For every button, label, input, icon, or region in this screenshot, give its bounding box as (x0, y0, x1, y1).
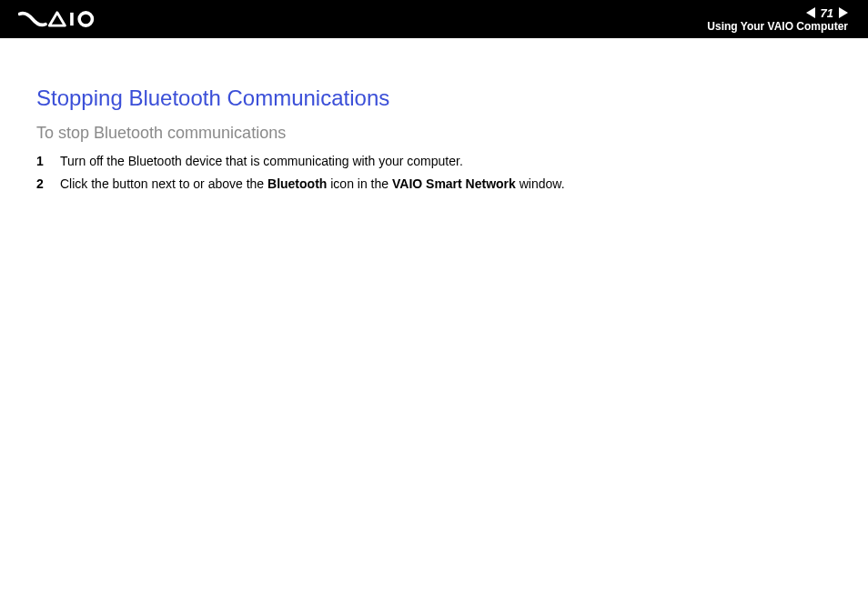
page-number: 71 (821, 7, 833, 19)
svg-rect-0 (70, 13, 74, 25)
page-title: Stopping Bluetooth Communications (36, 85, 832, 111)
step-item: Click the button next to or above the Bl… (36, 175, 832, 194)
page-subtitle: To stop Bluetooth communications (36, 124, 832, 143)
svg-point-1 (79, 13, 92, 25)
page-nav: 71 (806, 7, 848, 19)
section-label: Using Your VAIO Computer (707, 20, 848, 33)
header-bar: 71 Using Your VAIO Computer (0, 0, 868, 38)
step-text: Click the button next to or above the Bl… (60, 175, 565, 194)
content-area: Stopping Bluetooth Communications To sto… (0, 38, 868, 194)
next-page-arrow[interactable] (839, 7, 848, 18)
step-text: Turn off the Bluetooth device that is co… (60, 152, 463, 171)
header-right: 71 Using Your VAIO Computer (707, 0, 848, 38)
prev-page-arrow[interactable] (806, 7, 815, 18)
vaio-logo (18, 10, 109, 28)
steps-list: Turn off the Bluetooth device that is co… (36, 152, 832, 194)
svg-marker-3 (839, 7, 848, 18)
step-item: Turn off the Bluetooth device that is co… (36, 152, 832, 171)
svg-marker-2 (806, 7, 815, 18)
